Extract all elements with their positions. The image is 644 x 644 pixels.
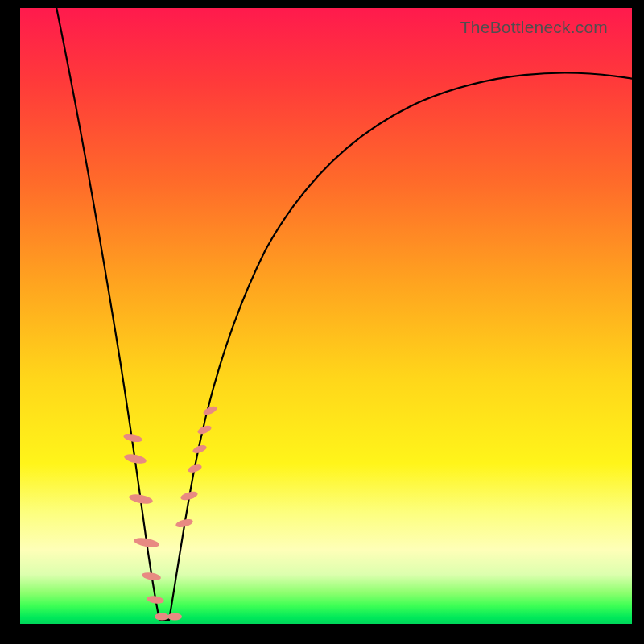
svg-point-7 xyxy=(167,613,182,621)
markers-left xyxy=(122,432,164,605)
markers-valley xyxy=(155,613,182,621)
svg-point-0 xyxy=(122,432,142,444)
svg-point-8 xyxy=(175,518,194,529)
svg-point-1 xyxy=(123,452,147,465)
curve-layer xyxy=(20,8,632,624)
svg-point-2 xyxy=(128,493,153,506)
svg-point-12 xyxy=(196,424,213,436)
watermark-text: TheBottleneck.com xyxy=(460,18,608,37)
svg-point-3 xyxy=(133,536,159,548)
svg-point-4 xyxy=(141,572,161,582)
left-branch-curve xyxy=(56,8,159,620)
svg-point-11 xyxy=(192,444,208,455)
svg-point-6 xyxy=(155,613,169,621)
markers-right xyxy=(175,405,218,530)
svg-point-5 xyxy=(146,595,164,605)
right-branch-curve xyxy=(169,73,632,620)
svg-point-13 xyxy=(202,405,218,417)
svg-point-10 xyxy=(187,463,203,474)
plot-area: TheBottleneck.com xyxy=(20,8,632,624)
chart-frame: TheBottleneck.com xyxy=(0,0,644,644)
svg-point-9 xyxy=(180,490,199,502)
